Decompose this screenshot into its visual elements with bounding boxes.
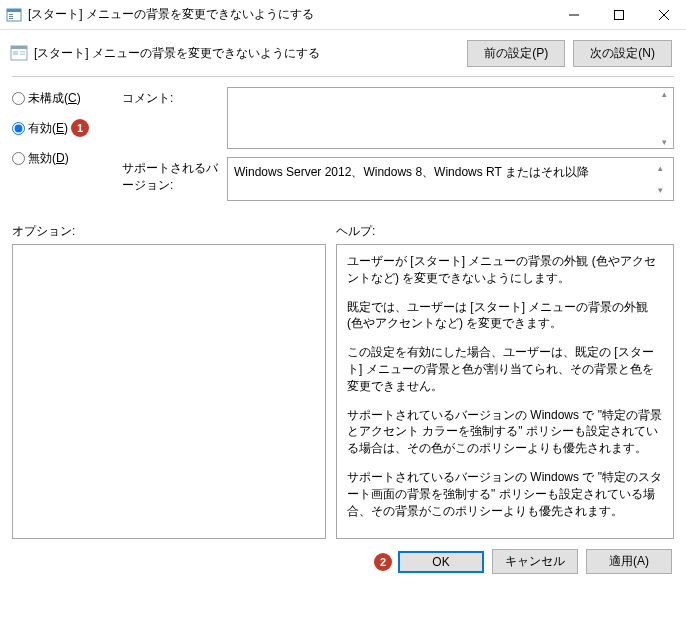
window-controls — [551, 0, 686, 29]
svg-rect-2 — [9, 14, 13, 15]
supported-box: Windows Server 2012、Windows 8、Windows RT… — [227, 157, 674, 201]
policy-title: [スタート] メニューの背景を変更できないようにする — [34, 45, 467, 62]
svg-rect-13 — [20, 54, 25, 56]
svg-rect-6 — [614, 10, 623, 19]
state-radio-group: 未構成(C) 有効(E) 1 無効(D) — [12, 87, 122, 209]
prev-setting-button[interactable]: 前の設定(P) — [467, 40, 565, 67]
supported-label: サポートされるバージョン: — [122, 157, 227, 201]
svg-rect-10 — [11, 46, 27, 49]
cancel-button[interactable]: キャンセル — [492, 549, 578, 574]
radio-not-configured[interactable] — [12, 92, 25, 105]
radio-not-configured-label[interactable]: 未構成(C) — [28, 90, 81, 107]
policy-icon — [10, 44, 28, 62]
titlebar: [スタート] メニューの背景を変更できないようにする — [0, 0, 686, 30]
radio-enabled[interactable] — [12, 122, 25, 135]
dialog-footer: 2 OK キャンセル 適用(A) — [0, 539, 686, 574]
svg-rect-1 — [7, 9, 21, 12]
supported-text: Windows Server 2012、Windows 8、Windows RT… — [232, 162, 652, 196]
app-icon — [6, 7, 22, 23]
help-section-label: ヘルプ: — [336, 223, 375, 240]
svg-rect-11 — [13, 51, 18, 55]
annotation-marker-1: 1 — [71, 119, 89, 137]
apply-button[interactable]: 適用(A) — [586, 549, 672, 574]
comment-input[interactable] — [228, 88, 656, 148]
radio-enabled-label[interactable]: 有効(E) — [28, 120, 68, 137]
help-p4: サポートされているバージョンの Windows で "特定の背景とアクセント カ… — [347, 407, 663, 457]
help-p1: ユーザーが [スタート] メニューの背景の外観 (色やアクセントなど) を変更で… — [347, 253, 663, 287]
annotation-marker-2: 2 — [374, 553, 392, 571]
comment-label: コメント: — [122, 87, 227, 149]
options-section-label: オプション: — [12, 223, 336, 240]
help-p2: 既定では、ユーザーは [スタート] メニューの背景の外観 (色やアクセントなど)… — [347, 299, 663, 333]
next-setting-button[interactable]: 次の設定(N) — [573, 40, 672, 67]
help-p5: サポートされているバージョンの Windows で "特定のスタート画面の背景を… — [347, 469, 663, 519]
supported-scrollbar[interactable]: ▴▾ — [652, 162, 669, 196]
ok-button[interactable]: OK — [398, 551, 484, 573]
options-panel — [12, 244, 326, 539]
minimize-button[interactable] — [551, 0, 596, 29]
radio-disabled[interactable] — [12, 152, 25, 165]
svg-rect-12 — [20, 51, 25, 53]
help-panel: ユーザーが [スタート] メニューの背景の外観 (色やアクセントなど) を変更で… — [336, 244, 674, 539]
svg-rect-3 — [9, 16, 13, 17]
window-title: [スタート] メニューの背景を変更できないようにする — [28, 6, 551, 23]
help-content: ユーザーが [スタート] メニューの背景の外観 (色やアクセントなど) を変更で… — [347, 253, 663, 519]
subtitle-bar: [スタート] メニューの背景を変更できないようにする 前の設定(P) 次の設定(… — [0, 30, 686, 76]
maximize-button[interactable] — [596, 0, 641, 29]
svg-rect-4 — [9, 18, 13, 19]
close-button[interactable] — [641, 0, 686, 29]
help-p3: この設定を有効にした場合、ユーザーは、既定の [スタート] メニューの背景と色が… — [347, 344, 663, 394]
comment-scrollbar[interactable]: ▴▾ — [656, 88, 673, 148]
radio-disabled-label[interactable]: 無効(D) — [28, 150, 69, 167]
